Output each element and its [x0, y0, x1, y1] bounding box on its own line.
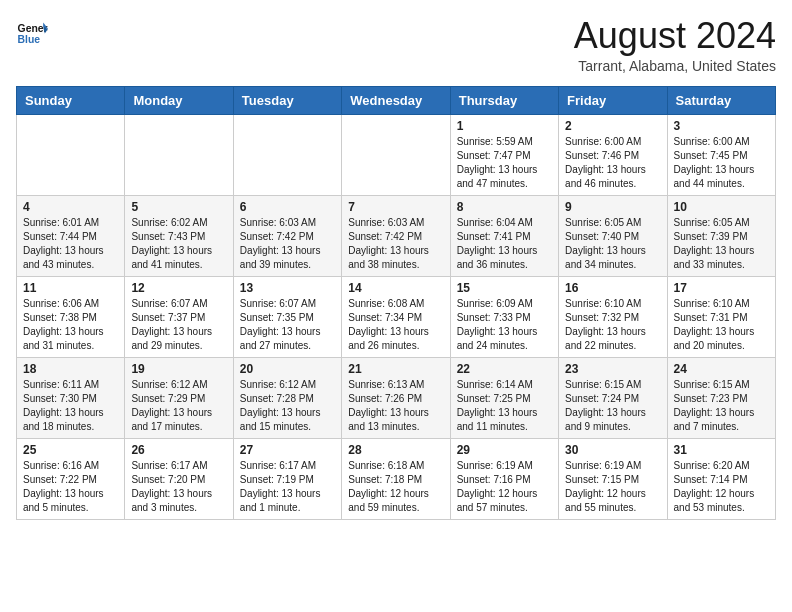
calendar-cell: 6Sunrise: 6:03 AM Sunset: 7:42 PM Daylig…: [233, 195, 341, 276]
day-info: Sunrise: 6:03 AM Sunset: 7:42 PM Dayligh…: [348, 216, 443, 272]
day-number: 7: [348, 200, 443, 214]
calendar-table: SundayMondayTuesdayWednesdayThursdayFrid…: [16, 86, 776, 520]
calendar-cell: 10Sunrise: 6:05 AM Sunset: 7:39 PM Dayli…: [667, 195, 775, 276]
day-number: 13: [240, 281, 335, 295]
calendar-cell: [17, 114, 125, 195]
day-info: Sunrise: 6:12 AM Sunset: 7:28 PM Dayligh…: [240, 378, 335, 434]
calendar-cell: 14Sunrise: 6:08 AM Sunset: 7:34 PM Dayli…: [342, 276, 450, 357]
title-area: August 2024 Tarrant, Alabama, United Sta…: [574, 16, 776, 74]
day-number: 29: [457, 443, 552, 457]
day-number: 5: [131, 200, 226, 214]
day-info: Sunrise: 6:06 AM Sunset: 7:38 PM Dayligh…: [23, 297, 118, 353]
day-info: Sunrise: 6:14 AM Sunset: 7:25 PM Dayligh…: [457, 378, 552, 434]
day-number: 28: [348, 443, 443, 457]
day-info: Sunrise: 6:07 AM Sunset: 7:35 PM Dayligh…: [240, 297, 335, 353]
col-header-tuesday: Tuesday: [233, 86, 341, 114]
location-subtitle: Tarrant, Alabama, United States: [574, 58, 776, 74]
calendar-cell: 29Sunrise: 6:19 AM Sunset: 7:16 PM Dayli…: [450, 438, 558, 519]
day-number: 11: [23, 281, 118, 295]
day-info: Sunrise: 6:15 AM Sunset: 7:23 PM Dayligh…: [674, 378, 769, 434]
calendar-cell: 22Sunrise: 6:14 AM Sunset: 7:25 PM Dayli…: [450, 357, 558, 438]
calendar-cell: 24Sunrise: 6:15 AM Sunset: 7:23 PM Dayli…: [667, 357, 775, 438]
calendar-cell: 25Sunrise: 6:16 AM Sunset: 7:22 PM Dayli…: [17, 438, 125, 519]
calendar-cell: 9Sunrise: 6:05 AM Sunset: 7:40 PM Daylig…: [559, 195, 667, 276]
col-header-saturday: Saturday: [667, 86, 775, 114]
day-info: Sunrise: 6:17 AM Sunset: 7:20 PM Dayligh…: [131, 459, 226, 515]
day-info: Sunrise: 5:59 AM Sunset: 7:47 PM Dayligh…: [457, 135, 552, 191]
day-info: Sunrise: 6:02 AM Sunset: 7:43 PM Dayligh…: [131, 216, 226, 272]
month-year-title: August 2024: [574, 16, 776, 56]
day-number: 16: [565, 281, 660, 295]
calendar-cell: 11Sunrise: 6:06 AM Sunset: 7:38 PM Dayli…: [17, 276, 125, 357]
day-number: 6: [240, 200, 335, 214]
calendar-cell: 3Sunrise: 6:00 AM Sunset: 7:45 PM Daylig…: [667, 114, 775, 195]
calendar-cell: 30Sunrise: 6:19 AM Sunset: 7:15 PM Dayli…: [559, 438, 667, 519]
calendar-cell: 28Sunrise: 6:18 AM Sunset: 7:18 PM Dayli…: [342, 438, 450, 519]
day-number: 26: [131, 443, 226, 457]
day-number: 12: [131, 281, 226, 295]
day-info: Sunrise: 6:07 AM Sunset: 7:37 PM Dayligh…: [131, 297, 226, 353]
day-number: 17: [674, 281, 769, 295]
day-number: 23: [565, 362, 660, 376]
day-number: 24: [674, 362, 769, 376]
calendar-cell: 18Sunrise: 6:11 AM Sunset: 7:30 PM Dayli…: [17, 357, 125, 438]
day-info: Sunrise: 6:16 AM Sunset: 7:22 PM Dayligh…: [23, 459, 118, 515]
col-header-friday: Friday: [559, 86, 667, 114]
day-info: Sunrise: 6:19 AM Sunset: 7:16 PM Dayligh…: [457, 459, 552, 515]
calendar-header-row: SundayMondayTuesdayWednesdayThursdayFrid…: [17, 86, 776, 114]
day-info: Sunrise: 6:00 AM Sunset: 7:46 PM Dayligh…: [565, 135, 660, 191]
day-number: 1: [457, 119, 552, 133]
day-number: 31: [674, 443, 769, 457]
calendar-week-row: 25Sunrise: 6:16 AM Sunset: 7:22 PM Dayli…: [17, 438, 776, 519]
calendar-cell: [233, 114, 341, 195]
page-header: General Blue August 2024 Tarrant, Alabam…: [16, 16, 776, 74]
day-number: 18: [23, 362, 118, 376]
day-number: 30: [565, 443, 660, 457]
day-info: Sunrise: 6:10 AM Sunset: 7:32 PM Dayligh…: [565, 297, 660, 353]
calendar-cell: 31Sunrise: 6:20 AM Sunset: 7:14 PM Dayli…: [667, 438, 775, 519]
col-header-thursday: Thursday: [450, 86, 558, 114]
calendar-cell: 19Sunrise: 6:12 AM Sunset: 7:29 PM Dayli…: [125, 357, 233, 438]
day-number: 22: [457, 362, 552, 376]
day-number: 15: [457, 281, 552, 295]
col-header-monday: Monday: [125, 86, 233, 114]
calendar-cell: [342, 114, 450, 195]
calendar-cell: 5Sunrise: 6:02 AM Sunset: 7:43 PM Daylig…: [125, 195, 233, 276]
calendar-cell: 13Sunrise: 6:07 AM Sunset: 7:35 PM Dayli…: [233, 276, 341, 357]
day-info: Sunrise: 6:10 AM Sunset: 7:31 PM Dayligh…: [674, 297, 769, 353]
day-number: 20: [240, 362, 335, 376]
calendar-cell: 16Sunrise: 6:10 AM Sunset: 7:32 PM Dayli…: [559, 276, 667, 357]
day-info: Sunrise: 6:03 AM Sunset: 7:42 PM Dayligh…: [240, 216, 335, 272]
calendar-cell: 15Sunrise: 6:09 AM Sunset: 7:33 PM Dayli…: [450, 276, 558, 357]
day-number: 14: [348, 281, 443, 295]
calendar-week-row: 11Sunrise: 6:06 AM Sunset: 7:38 PM Dayli…: [17, 276, 776, 357]
calendar-cell: 2Sunrise: 6:00 AM Sunset: 7:46 PM Daylig…: [559, 114, 667, 195]
logo-icon: General Blue: [16, 16, 48, 48]
calendar-cell: 8Sunrise: 6:04 AM Sunset: 7:41 PM Daylig…: [450, 195, 558, 276]
day-number: 4: [23, 200, 118, 214]
day-number: 19: [131, 362, 226, 376]
day-info: Sunrise: 6:19 AM Sunset: 7:15 PM Dayligh…: [565, 459, 660, 515]
day-info: Sunrise: 6:00 AM Sunset: 7:45 PM Dayligh…: [674, 135, 769, 191]
day-info: Sunrise: 6:12 AM Sunset: 7:29 PM Dayligh…: [131, 378, 226, 434]
calendar-week-row: 4Sunrise: 6:01 AM Sunset: 7:44 PM Daylig…: [17, 195, 776, 276]
calendar-cell: 1Sunrise: 5:59 AM Sunset: 7:47 PM Daylig…: [450, 114, 558, 195]
calendar-cell: 21Sunrise: 6:13 AM Sunset: 7:26 PM Dayli…: [342, 357, 450, 438]
day-number: 9: [565, 200, 660, 214]
logo: General Blue: [16, 16, 48, 48]
svg-text:Blue: Blue: [18, 34, 41, 45]
calendar-week-row: 18Sunrise: 6:11 AM Sunset: 7:30 PM Dayli…: [17, 357, 776, 438]
day-number: 25: [23, 443, 118, 457]
calendar-cell: 26Sunrise: 6:17 AM Sunset: 7:20 PM Dayli…: [125, 438, 233, 519]
day-number: 2: [565, 119, 660, 133]
calendar-cell: 27Sunrise: 6:17 AM Sunset: 7:19 PM Dayli…: [233, 438, 341, 519]
calendar-cell: 12Sunrise: 6:07 AM Sunset: 7:37 PM Dayli…: [125, 276, 233, 357]
day-info: Sunrise: 6:09 AM Sunset: 7:33 PM Dayligh…: [457, 297, 552, 353]
calendar-cell: 4Sunrise: 6:01 AM Sunset: 7:44 PM Daylig…: [17, 195, 125, 276]
day-info: Sunrise: 6:20 AM Sunset: 7:14 PM Dayligh…: [674, 459, 769, 515]
col-header-sunday: Sunday: [17, 86, 125, 114]
day-number: 3: [674, 119, 769, 133]
col-header-wednesday: Wednesday: [342, 86, 450, 114]
day-info: Sunrise: 6:11 AM Sunset: 7:30 PM Dayligh…: [23, 378, 118, 434]
day-info: Sunrise: 6:08 AM Sunset: 7:34 PM Dayligh…: [348, 297, 443, 353]
